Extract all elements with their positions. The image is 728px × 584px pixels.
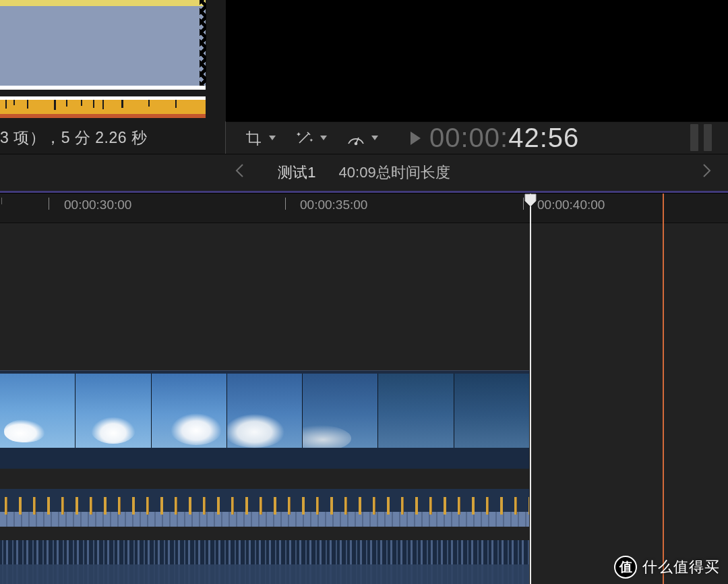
timeline-upper-gap	[0, 223, 728, 370]
viewer-toolbar: 00:00:42:56	[226, 121, 728, 154]
playhead-handle-icon[interactable]	[524, 194, 537, 207]
ruler-minor-tick	[1, 198, 2, 204]
audio-level-meters[interactable]	[690, 124, 716, 151]
timeline-playhead[interactable]	[530, 194, 531, 584]
video-thumb	[227, 374, 303, 448]
timeline-history-back[interactable]	[235, 163, 244, 182]
retime-tool-caret[interactable]	[371, 136, 382, 141]
clip-favorite-strip	[0, 0, 206, 6]
video-clip[interactable]	[0, 370, 529, 469]
timecode-value: 42:56	[508, 123, 579, 153]
clip-audio-strip	[0, 100, 206, 118]
audio-waveform-peaks	[0, 497, 529, 515]
timeline-header: 测试1 40:09总时间长度	[0, 154, 728, 192]
audio-meter-right	[704, 124, 712, 151]
browser-status-bar: 3 项），5 分 2.26 秒	[0, 121, 226, 154]
svg-point-1	[355, 142, 357, 144]
ruler-label: 00:00:35:00	[300, 198, 367, 212]
crop-tool-button[interactable]	[238, 122, 269, 154]
event-browser-pane: 3 项），5 分 2.26 秒	[0, 0, 226, 154]
video-thumb	[0, 374, 75, 448]
timeline-history-forward[interactable]	[702, 163, 712, 182]
video-clip-thumbnails	[0, 374, 529, 448]
audio-meter-left	[690, 124, 698, 151]
video-thumb	[303, 374, 378, 448]
timeline-area[interactable]	[0, 223, 728, 584]
browser-status-text: 3 项），5 分 2.26 秒	[0, 127, 147, 148]
ruler-label: 00:00:40:00	[537, 198, 605, 212]
video-thumb	[378, 374, 454, 448]
timecode-prefix: 00:00:	[429, 123, 508, 153]
ruler-major-tick	[49, 198, 49, 210]
project-title[interactable]: 测试1	[278, 163, 315, 183]
enhance-tool-button[interactable]	[289, 122, 320, 154]
viewer-timecode-display[interactable]: 00:00:42:56	[409, 123, 579, 153]
smzdm-watermark: 值 什么值得买	[614, 556, 720, 579]
browser-selected-clip[interactable]	[0, 0, 206, 120]
play-icon	[409, 131, 421, 146]
video-clip-underbar	[0, 448, 529, 469]
video-thumb	[152, 374, 227, 448]
smzdm-badge-icon: 值	[614, 556, 637, 579]
crop-tool-caret[interactable]	[269, 136, 280, 141]
ruler-major-tick	[523, 198, 524, 210]
video-thumb	[75, 374, 151, 448]
project-duration-label: 40:09总时间长度	[339, 163, 450, 183]
ruler-label: 00:00:30:00	[64, 198, 131, 212]
smzdm-watermark-text: 什么值得买	[642, 557, 720, 577]
preview-viewer[interactable]	[226, 0, 728, 121]
clip-filmstrip	[0, 6, 206, 86]
enhance-tool-caret[interactable]	[320, 136, 331, 141]
ruler-major-tick	[285, 198, 286, 210]
timeline-ruler[interactable]: 00:00:30:0000:00:35:0000:00:40:00	[0, 194, 728, 223]
retime-tool-button[interactable]	[340, 122, 371, 154]
audio-track-1[interactable]	[0, 489, 529, 527]
timeline-header-accent	[0, 191, 728, 193]
clip-jagged-edge	[200, 0, 206, 86]
audio-track-2[interactable]	[0, 540, 529, 584]
video-thumb	[454, 374, 529, 448]
range-out-marker[interactable]	[663, 194, 664, 584]
